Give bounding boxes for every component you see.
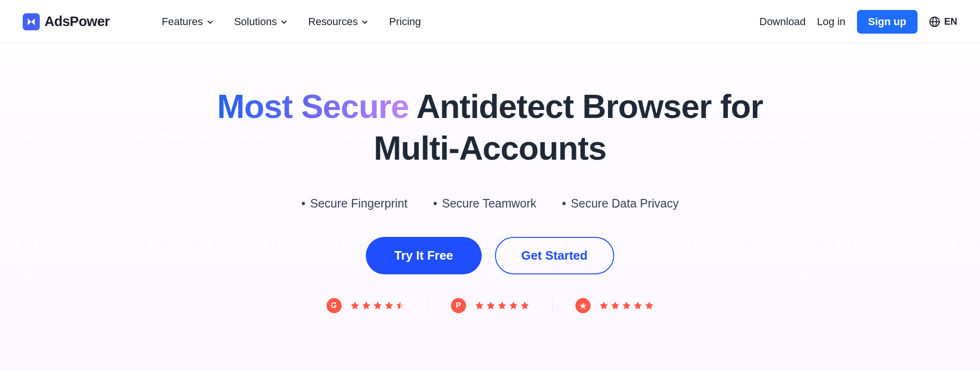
language-code: EN xyxy=(944,16,957,27)
star-icon xyxy=(350,301,360,310)
download-link[interactable]: Download xyxy=(759,16,806,28)
star-icon xyxy=(373,301,382,310)
divider xyxy=(428,298,428,313)
chevron-down-icon xyxy=(207,18,213,25)
rating-trustpilot[interactable]: ★ xyxy=(575,298,654,313)
stars xyxy=(475,301,530,310)
nav-label: Pricing xyxy=(389,16,421,28)
site-header: AdsPower Features Solutions Resources Pr… xyxy=(0,0,980,44)
login-link[interactable]: Log in xyxy=(817,16,846,28)
get-started-button[interactable]: Get Started xyxy=(495,237,614,274)
nav-label: Features xyxy=(162,16,203,28)
logo[interactable]: AdsPower xyxy=(23,13,110,30)
right-nav: Download Log in Sign up EN xyxy=(759,10,957,34)
stars xyxy=(350,301,405,310)
star-icon xyxy=(362,301,371,310)
signup-button[interactable]: Sign up xyxy=(857,10,918,34)
nav-label: Solutions xyxy=(234,16,277,28)
main-nav: Features Solutions Resources Pricing xyxy=(162,16,421,28)
star-icon xyxy=(610,301,620,310)
hero-title-line2: Multi-Accounts xyxy=(374,130,607,167)
star-icon xyxy=(486,301,495,310)
nav-resources[interactable]: Resources xyxy=(308,16,368,28)
trustpilot-badge-icon: ★ xyxy=(575,298,591,313)
nav-solutions[interactable]: Solutions xyxy=(234,16,288,28)
feature-item: Secure Teamwork xyxy=(433,197,536,210)
star-icon xyxy=(396,301,405,310)
g2-badge-icon: G xyxy=(327,298,342,313)
hero-title: Most Secure Antidetect Browser for Multi… xyxy=(0,86,980,169)
nav-label: Resources xyxy=(308,16,358,28)
hero-title-gradient: Most Secure xyxy=(217,88,409,125)
star-icon xyxy=(475,301,484,310)
try-free-button[interactable]: Try It Free xyxy=(366,237,481,274)
divider xyxy=(552,298,553,313)
rating-g2[interactable]: G xyxy=(327,298,405,313)
rating-producthunt[interactable]: P xyxy=(451,298,530,313)
feature-item: Secure Data Privacy xyxy=(562,197,679,210)
language-selector[interactable]: EN xyxy=(929,16,957,27)
hero-title-rest1: Antidetect Browser for xyxy=(409,88,763,125)
star-icon xyxy=(520,301,530,310)
globe-icon xyxy=(929,16,940,27)
producthunt-badge-icon: P xyxy=(451,298,466,313)
hero-section: Most Secure Antidetect Browser for Multi… xyxy=(0,44,980,313)
chevron-down-icon xyxy=(362,18,368,25)
chevron-down-icon xyxy=(281,18,287,25)
star-icon xyxy=(509,301,518,310)
star-icon xyxy=(599,301,609,310)
logo-mark-icon xyxy=(23,13,40,30)
star-icon xyxy=(384,301,394,310)
stars xyxy=(599,301,654,310)
nav-features[interactable]: Features xyxy=(162,16,213,28)
feature-list: Secure Fingerprint Secure Teamwork Secur… xyxy=(0,197,980,210)
cta-row: Try It Free Get Started xyxy=(0,237,980,274)
star-icon xyxy=(633,301,643,310)
feature-item: Secure Fingerprint xyxy=(301,197,407,210)
star-icon xyxy=(497,301,507,310)
ratings-row: G P ★ xyxy=(0,298,980,313)
star-icon xyxy=(622,301,631,310)
star-icon xyxy=(645,301,654,310)
nav-pricing[interactable]: Pricing xyxy=(389,16,421,28)
logo-text: AdsPower xyxy=(44,14,110,29)
